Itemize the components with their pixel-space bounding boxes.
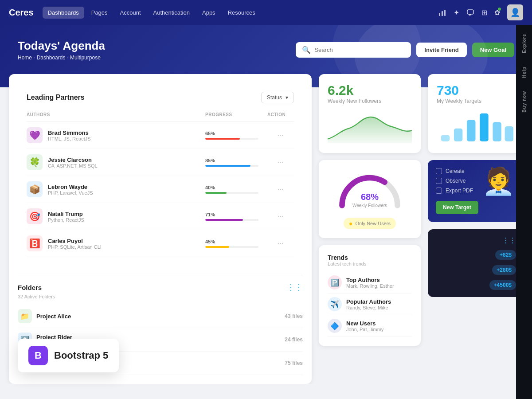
trends-title: Trends <box>328 254 412 261</box>
main-content: Leading Partners Status ▾ AUTHORS PROGRE… <box>9 74 523 384</box>
nav-account[interactable]: Account <box>115 7 146 19</box>
bootstrap-overlay: B Bootstrap 5 <box>18 339 119 372</box>
sparkle-icon[interactable]: ✦ <box>454 8 459 17</box>
bar-chart-icon[interactable] <box>438 8 446 16</box>
side-label-help[interactable]: Help <box>522 66 527 78</box>
avatar: 🎯 <box>27 208 43 224</box>
avatar: 💜 <box>27 127 43 143</box>
table-row: 🎯 Natali Trump Python, ReactJS 71% ··· <box>27 203 294 230</box>
hero-top: Todays' Agenda Home - Dashboards - Multi… <box>18 39 514 61</box>
breadcrumb-multipurpose[interactable]: Multipurpose <box>70 55 101 61</box>
breadcrumb-home[interactable]: Home <box>18 55 32 61</box>
author-info: 📦 Lebron Wayde PHP, Laravel, VueJS <box>27 181 205 197</box>
option-observe[interactable]: Observe <box>436 178 478 184</box>
chevron-down-icon: ▾ <box>286 94 288 101</box>
partners-section: Leading Partners Status ▾ AUTHORS PROGRE… <box>18 83 303 266</box>
grid-icon[interactable]: ⊞ <box>481 8 487 17</box>
targets-chart <box>437 109 514 144</box>
side-label-explore[interactable]: Explore <box>522 34 527 53</box>
page-title: Todays' Agenda <box>18 39 105 53</box>
nav-resources[interactable]: Resources <box>223 7 261 19</box>
action-menu-button[interactable]: ··· <box>267 158 294 166</box>
new-goal-button[interactable]: New Goal <box>472 43 514 57</box>
author-info: 💜 Brad Simmons HTML, JS, ReactJS <box>27 127 205 143</box>
notification-dot <box>498 8 501 11</box>
settings-icon[interactable]: ✿ <box>494 8 500 17</box>
svg-text:Weekly Followers: Weekly Followers <box>352 203 387 208</box>
right-col: 730 My Weekly Targets Cereate <box>428 74 523 384</box>
progress-area: 65% <box>205 131 267 140</box>
breadcrumb-dashboards[interactable]: Dashboards <box>37 55 66 61</box>
trend-icon: ✈️ <box>328 297 342 311</box>
nav-items: Dashboards Pages Account Authentication … <box>43 7 438 19</box>
svg-rect-0 <box>439 13 440 16</box>
folder-files: 43 files <box>285 313 303 319</box>
breadcrumb: Home - Dashboards - Multipurpose <box>18 55 105 61</box>
option-export[interactable]: Export PDF <box>436 188 478 194</box>
action-menu-button[interactable]: ··· <box>267 131 294 139</box>
invite-friend-button[interactable]: Invite Friend <box>416 43 466 57</box>
svg-rect-6 <box>441 135 450 141</box>
author-name: Natali Trump <box>48 211 84 217</box>
side-label-buy[interactable]: Buy now <box>522 91 527 113</box>
number-badge: +280$ <box>492 265 516 275</box>
option-label: Observe <box>446 178 466 184</box>
folders-dots-icon[interactable]: ⋮⋮ <box>287 282 303 292</box>
search-input[interactable] <box>314 47 405 53</box>
trends-card: Trends Latest tech trends 🅿️ Top Authors… <box>319 245 421 346</box>
list-item: 🅿️ Top Authors Mark, Rowling, Esther <box>328 272 412 293</box>
trend-authors: Mark, Rowling, Esther <box>346 283 394 289</box>
folders-header: Folders ⋮⋮ <box>18 282 303 292</box>
author-skills: PHP, SQLite, Artisan CLI <box>48 244 102 250</box>
gauge-card: 68% Weekly Followers ● Only New Users <box>319 160 421 238</box>
author-info: 🎯 Natali Trump Python, ReactJS <box>27 208 205 224</box>
bootstrap-icon: B <box>28 346 48 365</box>
search-box[interactable]: 🔍 <box>296 42 411 58</box>
only-users-badge: ● Only New Users <box>344 218 396 229</box>
progress-area: 85% <box>205 158 267 167</box>
action-menu-button[interactable]: ··· <box>267 185 294 193</box>
brand-logo[interactable]: Ceres <box>9 8 34 18</box>
new-target-button[interactable]: New Target <box>436 201 478 214</box>
progress-area: 71% <box>205 212 267 221</box>
author-skills: HTML, JS, ReactJS <box>48 136 91 141</box>
side-panel: Explore Help Buy now <box>516 25 532 384</box>
status-dropdown[interactable]: Status ▾ <box>261 92 294 103</box>
author-info: 🅱️ Carles Puyol PHP, SQLite, Artisan CLI <box>27 235 205 251</box>
folder-files: 24 files <box>285 336 303 343</box>
trend-name: Top Authors <box>346 277 394 283</box>
avatar: 🍀 <box>27 154 43 170</box>
trend-authors: John, Pat, Jimmy <box>346 327 383 332</box>
search-icon: 🔍 <box>302 46 311 54</box>
table-row: 🍀 Jessie Clarcson C#, ASP.NET, MS SQL 85… <box>27 149 294 176</box>
progress-bar <box>205 246 258 248</box>
trends-subtitle: Latest tech trends <box>328 261 412 266</box>
followers-card: 6.2k Weekly New Followers <box>319 74 421 153</box>
action-menu-button[interactable]: ··· <box>267 239 294 247</box>
author-name: Jessie Clarcson <box>48 156 98 163</box>
author-name: Lebron Wayde <box>48 184 93 190</box>
hero-actions: 🔍 Invite Friend New Goal <box>296 42 514 58</box>
option-label: Export PDF <box>446 188 473 194</box>
action-menu-button[interactable]: ··· <box>267 212 294 220</box>
gauge-container: 68% Weekly Followers <box>328 169 412 209</box>
chat-icon[interactable] <box>466 8 474 16</box>
nav-authentication[interactable]: Authentication <box>148 7 195 19</box>
list-item: ✈️ Popular Authors Randy, Steve, Mike <box>328 293 412 315</box>
author-info: 🍀 Jessie Clarcson C#, ASP.NET, MS SQL <box>27 154 205 170</box>
table-header: AUTHORS PROGRESS ACTION <box>27 110 294 122</box>
nav-dashboards[interactable]: Dashboards <box>43 7 84 19</box>
user-avatar[interactable]: 👤 <box>507 4 523 20</box>
followers-number: 6.2k <box>328 83 412 98</box>
svg-rect-3 <box>467 10 473 14</box>
nav-pages[interactable]: Pages <box>86 7 113 19</box>
avatar: 🅱️ <box>27 235 43 251</box>
trend-name: New Users <box>346 320 383 327</box>
dots-icon: ⋮⋮ <box>502 236 516 245</box>
folders-title: Folders <box>18 284 42 291</box>
svg-rect-7 <box>454 129 462 141</box>
svg-text:68%: 68% <box>361 192 379 202</box>
option-create[interactable]: Cereate <box>436 168 478 174</box>
nav-apps[interactable]: Apps <box>197 7 221 19</box>
progress-area: 40% <box>205 185 267 194</box>
